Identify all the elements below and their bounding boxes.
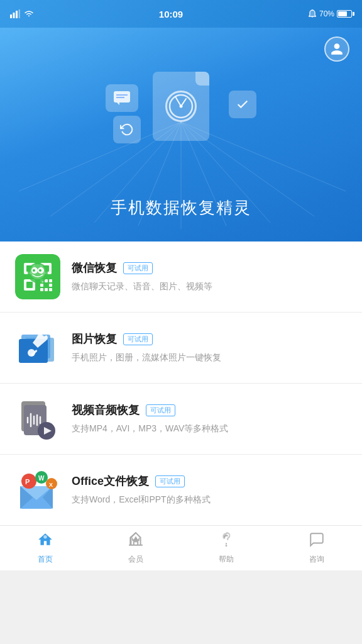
card-video-info: 视频音频恢复 可试用 支持MP4，AVI，MP3，WAV等多种格式 — [72, 402, 347, 435]
card-office-icon: P W X — [15, 467, 60, 513]
svg-point-68 — [226, 545, 226, 546]
card-video[interactable]: 视频音频恢复 可试用 支持MP4，AVI，MP3，WAV等多种格式 — [0, 384, 362, 455]
nav-help-label: 帮助 — [219, 554, 234, 565]
nav-home-label: 首页 — [38, 554, 53, 565]
hero-title: 手机数据恢复精灵 — [111, 197, 251, 219]
svg-rect-27 — [26, 282, 33, 288]
nav-member-label: 会员 — [128, 554, 143, 565]
battery-icon — [337, 10, 352, 18]
card-photo-info: 图片恢复 可试用 手机照片，图册，流媒体照片一键恢复 — [72, 331, 347, 364]
svg-rect-1 — [13, 13, 15, 18]
nav-help-icon — [218, 531, 234, 552]
chat-float-icon — [106, 84, 138, 112]
card-photo-badge: 可试用 — [123, 333, 153, 345]
bottom-nav: 首页 会员 帮助 — [0, 525, 362, 570]
nav-home-icon — [37, 531, 53, 552]
battery-fill — [338, 11, 347, 16]
svg-rect-0 — [10, 14, 12, 18]
hero-section: 手机数据恢复精灵 — [0, 28, 362, 242]
card-office-desc: 支持Word，Excel和PPT的多种格式 — [72, 494, 347, 506]
feature-list: 微信恢复 可试用 微信聊天记录、语音、图片、视频等 图片恢复 可试用 — [0, 242, 362, 525]
card-photo[interactable]: 图片恢复 可试用 手机照片，图册，流媒体照片一键恢复 — [0, 313, 362, 384]
card-wechat-desc: 微信聊天记录、语音、图片、视频等 — [72, 280, 347, 293]
card-photo-title: 图片恢复 — [72, 331, 117, 347]
battery-percent: 70% — [319, 9, 334, 18]
refresh-float-icon — [113, 116, 141, 143]
nav-consult-label: 咨询 — [309, 554, 324, 565]
card-wechat-title: 微信恢复 — [72, 260, 117, 275]
check-float-icon — [229, 91, 256, 118]
card-wechat[interactable]: 微信恢复 可试用 微信聊天记录、语音、图片、视频等 — [0, 242, 362, 313]
card-office-title: Office文件恢复 — [72, 474, 149, 489]
card-wechat-title-row: 微信恢复 可试用 — [72, 260, 347, 275]
card-video-title: 视频音频恢复 — [72, 402, 140, 418]
svg-rect-33 — [40, 288, 43, 291]
svg-point-41 — [39, 269, 41, 272]
gauge-icon — [165, 91, 197, 122]
status-bar: 10:09 70% — [0, 0, 362, 28]
svg-text:W: W — [38, 475, 45, 482]
svg-point-40 — [33, 269, 35, 272]
card-wechat-info: 微信恢复 可试用 微信聊天记录、语音、图片、视频等 — [72, 260, 347, 293]
bell-icon — [308, 9, 317, 18]
nav-help[interactable]: 帮助 — [181, 526, 272, 570]
main-doc-icon — [153, 72, 209, 141]
hero-illustration — [87, 53, 275, 191]
card-photo-icon — [15, 325, 60, 370]
svg-rect-35 — [49, 288, 52, 291]
svg-rect-3 — [19, 9, 21, 18]
svg-rect-32 — [49, 284, 52, 287]
profile-button[interactable] — [324, 36, 349, 62]
svg-rect-34 — [45, 288, 48, 291]
card-video-title-row: 视频音频恢复 可试用 — [72, 402, 347, 418]
card-video-icon — [15, 396, 60, 441]
svg-rect-30 — [49, 279, 52, 282]
card-video-badge: 可试用 — [146, 404, 175, 416]
signal-icon — [10, 9, 20, 18]
card-office-title-row: Office文件恢复 可试用 — [72, 474, 347, 489]
card-video-desc: 支持MP4，AVI，MP3，WAV等多种格式 — [72, 423, 347, 435]
card-office[interactable]: P W X Office文件恢复 可试用 支持Word，Excel和PPT的多种… — [0, 455, 362, 525]
card-photo-title-row: 图片恢复 可试用 — [72, 331, 347, 347]
card-office-info: Office文件恢复 可试用 支持Word，Excel和PPT的多种格式 — [72, 474, 347, 506]
svg-marker-17 — [117, 103, 119, 105]
svg-rect-2 — [16, 11, 18, 18]
svg-point-20 — [180, 105, 183, 108]
svg-rect-31 — [40, 284, 43, 287]
card-wechat-badge: 可试用 — [123, 262, 153, 274]
svg-text:X: X — [49, 482, 53, 488]
svg-text:P: P — [25, 478, 30, 486]
status-right: 70% — [308, 9, 352, 18]
status-time: 10:09 — [159, 9, 183, 19]
nav-consult[interactable]: 咨询 — [272, 526, 362, 570]
status-left — [10, 9, 34, 18]
card-photo-desc: 手机照片，图册，流媒体照片一键恢复 — [72, 352, 347, 364]
svg-point-66 — [43, 535, 47, 538]
nav-home[interactable]: 首页 — [0, 526, 90, 570]
card-office-badge: 可试用 — [155, 475, 185, 487]
profile-icon — [324, 36, 349, 62]
nav-member[interactable]: 会员 — [90, 526, 181, 570]
nav-member-icon — [128, 531, 144, 552]
nav-consult-icon — [309, 531, 325, 552]
wifi-icon — [24, 9, 34, 18]
card-wechat-icon — [15, 254, 60, 299]
